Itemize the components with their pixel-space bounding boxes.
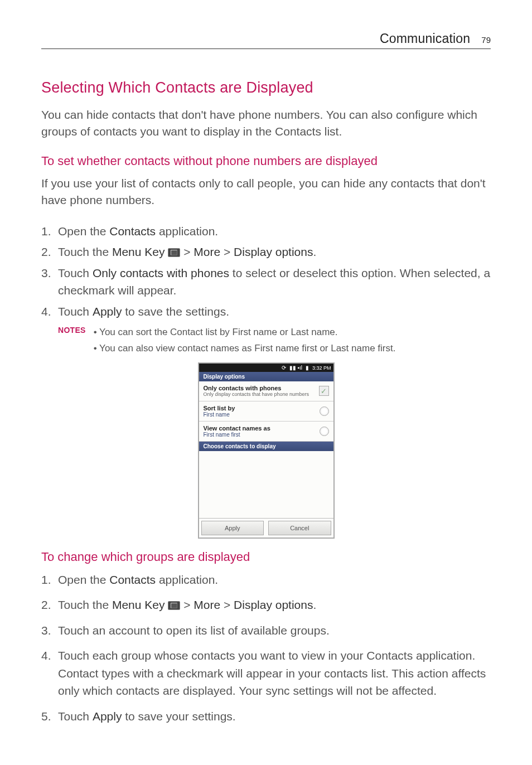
option-sort-list-by[interactable]: Sort list by First name (199, 401, 333, 422)
empty-area (199, 451, 333, 518)
display-options-label: Display options (234, 598, 313, 611)
screenshot-figure: ⟳ ▮▮ ▪ıl ▮ 3:32 PM Display options Only … (41, 362, 491, 539)
apply-label: Apply (93, 305, 122, 318)
sync-icon: ⟳ (282, 365, 286, 371)
status-time: 3:32 PM (312, 365, 331, 371)
intro-paragraph: You can hide contacts that don't have ph… (41, 106, 491, 141)
apply-label: Apply (93, 710, 122, 723)
notes-block: NOTES You can sort the Contact list by F… (58, 325, 491, 357)
page-title: Selecting Which Contacts are Displayed (41, 79, 491, 96)
step-2: Touch the Menu Key > More > Display opti… (41, 243, 491, 261)
step-3: Touch Only contacts with phones to selec… (41, 264, 491, 299)
menu-key-icon (168, 248, 180, 257)
radio-icon[interactable] (320, 427, 329, 436)
step-3: Touch an account to open its list of ava… (41, 622, 491, 640)
header-section: Communication (380, 31, 470, 46)
checkbox-icon[interactable]: ✓ (319, 386, 329, 396)
menu-key-label: Menu Key (112, 245, 165, 258)
phone-mock: ⟳ ▮▮ ▪ıl ▮ 3:32 PM Display options Only … (198, 362, 335, 539)
more-label: More (194, 245, 220, 258)
notes-list: You can sort the Contact list by First n… (94, 325, 396, 357)
option-only-contacts[interactable]: Only contacts with phones Only display c… (199, 381, 333, 401)
button-row: Apply Cancel (199, 518, 333, 538)
note-2: You can also view contact names as First… (94, 341, 396, 357)
option-title: Sort list by (204, 405, 315, 411)
only-contacts-label: Only contacts with phones (93, 267, 229, 279)
steps-list-1: Open the Contacts application. Touch the… (41, 222, 491, 321)
battery-icon: ▮ (306, 365, 309, 371)
section-heading-1: To set whether contacts without phone nu… (41, 154, 491, 168)
screen-header-display-options: Display options (199, 372, 333, 381)
steps-list-2: Open the Contacts application. Touch the… (41, 571, 491, 725)
step-4: Touch Apply to save the settings. (41, 303, 491, 321)
section-1-paragraph: If you use your list of contacts only to… (41, 175, 491, 209)
step-4: Touch each group whose contacts you want… (41, 647, 491, 700)
contacts-app-label: Contacts (109, 225, 156, 238)
radio-icon[interactable] (320, 406, 329, 416)
section-heading-2: To change which groups are displayed (41, 550, 491, 564)
step-1: Open the Contacts application. (41, 222, 491, 240)
note-1: You can sort the Contact list by First n… (94, 325, 396, 341)
option-title: View contact names as (204, 425, 315, 432)
menu-key-label: Menu Key (112, 598, 165, 611)
step-2: Touch the Menu Key > More > Display opti… (41, 596, 491, 614)
option-subtext: Only display contacts that have phone nu… (204, 391, 315, 398)
display-options-label: Display options (234, 245, 313, 258)
option-title: Only contacts with phones (204, 385, 315, 391)
apply-button[interactable]: Apply (201, 521, 264, 535)
page-header: Communication 79 (41, 31, 491, 49)
more-label: More (194, 598, 220, 611)
cancel-button[interactable]: Cancel (268, 521, 331, 535)
menu-key-icon (168, 601, 180, 610)
contacts-app-label: Contacts (109, 573, 156, 586)
status-bar: ⟳ ▮▮ ▪ıl ▮ 3:32 PM (199, 364, 333, 372)
screen-header-choose-contacts: Choose contacts to display (199, 442, 333, 451)
option-view-names-as[interactable]: View contact names as First name first (199, 422, 333, 442)
step-5: Touch Apply to save your settings. (41, 708, 491, 725)
option-value: First name (204, 411, 315, 418)
header-page-number: 79 (481, 35, 491, 45)
step-1: Open the Contacts application. (41, 571, 491, 589)
option-value: First name first (204, 432, 315, 438)
signal-icon: ▮▮ ▪ıl (289, 365, 302, 371)
notes-label: NOTES (58, 325, 86, 335)
